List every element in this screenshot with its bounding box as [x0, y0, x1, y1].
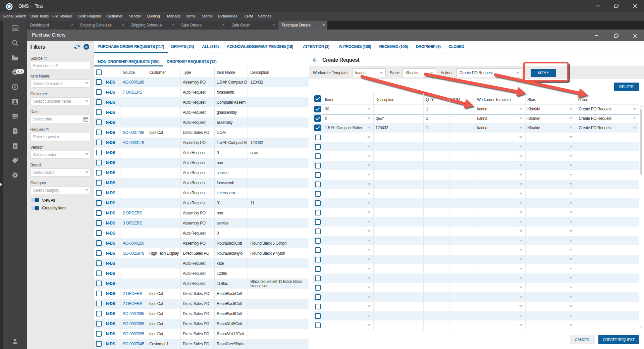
- svg-text:?: ?: [14, 130, 16, 133]
- svg-text:$: $: [14, 85, 16, 89]
